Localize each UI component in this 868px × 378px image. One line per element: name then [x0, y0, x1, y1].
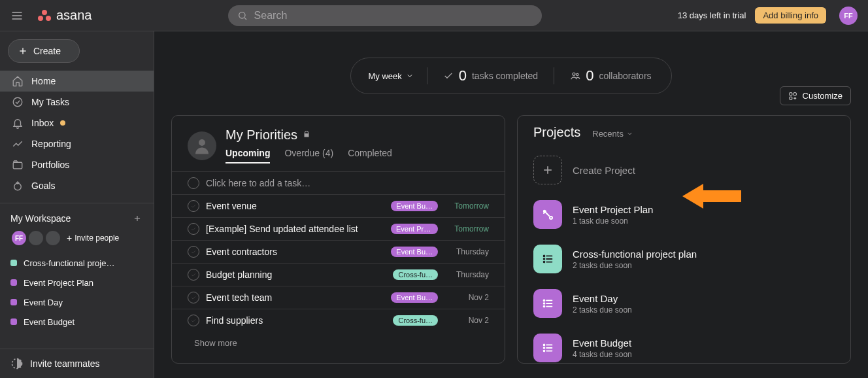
- sidebar-item-inbox[interactable]: Inbox: [0, 112, 154, 133]
- user-avatar[interactable]: [188, 131, 216, 160]
- search-input[interactable]: Search: [228, 5, 542, 26]
- complete-task-button[interactable]: [188, 246, 199, 258]
- svg-point-30: [544, 258, 545, 260]
- complete-task-button[interactable]: [188, 223, 199, 235]
- create-project-button[interactable]: Create Project: [533, 148, 835, 192]
- tasks-completed-stat[interactable]: 0 tasks completed: [427, 67, 554, 84]
- invite-teammates-button[interactable]: Invite teammates: [0, 349, 154, 378]
- summary-pill: My week 0 tasks completed 0 collaborator…: [350, 58, 671, 94]
- svg-point-42: [544, 347, 545, 349]
- chevron-down-icon: [626, 130, 633, 137]
- card-title: My Priorities: [225, 128, 392, 143]
- plus-icon: [18, 46, 28, 56]
- project-card-item[interactable]: Event Project Plan1 task due soon: [533, 192, 835, 237]
- add-task-input[interactable]: Click here to add a task…: [172, 171, 505, 194]
- tab-completed[interactable]: Completed: [348, 148, 392, 163]
- sidebar-item-my-tasks[interactable]: My Tasks: [0, 92, 154, 112]
- project-name: Cross-functional project plan: [573, 249, 697, 260]
- projects-card-title: Projects: [533, 125, 580, 140]
- sidebar-item-label: Goals: [31, 180, 56, 191]
- project-color-swatch: [10, 260, 17, 266]
- check-circle-icon: [188, 177, 199, 189]
- task-row[interactable]: [Example] Send updated attendee listEven…: [172, 217, 505, 240]
- check-icon: [443, 71, 454, 81]
- project-card-item[interactable]: Event Day2 tasks due soon: [533, 281, 835, 326]
- member-avatar-empty[interactable]: [44, 230, 61, 247]
- collaborators-stat[interactable]: 0 collaborators: [554, 67, 667, 84]
- task-row[interactable]: Event venueEvent Bu…Tomorrow: [172, 194, 505, 217]
- member-avatar-empty[interactable]: [27, 230, 44, 247]
- project-meta: Event Project Plan1 task due soon: [573, 204, 653, 226]
- task-project-tag[interactable]: Cross-fu…: [393, 315, 438, 326]
- task-project-tag[interactable]: Event Bu…: [391, 292, 438, 303]
- svg-rect-18: [789, 92, 792, 95]
- task-project-tag[interactable]: Event Bu…: [391, 247, 438, 257]
- workspace-members: FF + Invite people: [0, 230, 154, 253]
- svg-point-28: [544, 256, 545, 257]
- invite-people-button[interactable]: + Invite people: [67, 233, 119, 243]
- home-icon: [12, 75, 24, 87]
- task-row[interactable]: Find suppliersCross-fu…Nov 2: [172, 309, 505, 332]
- complete-task-button[interactable]: [188, 315, 199, 326]
- complete-task-button[interactable]: [188, 269, 199, 281]
- sidebar-item-label: Portfolios: [31, 160, 69, 170]
- task-project-tag[interactable]: Cross-fu…: [393, 269, 438, 280]
- show-more-button[interactable]: Show more: [172, 332, 505, 354]
- sidebar-item-portfolios[interactable]: Portfolios: [0, 154, 154, 175]
- project-tile-icon: [533, 245, 562, 273]
- topbar: asana Search 13 days left in trial Add b…: [0, 0, 868, 31]
- task-row[interactable]: Budget planningCross-fu…Thursday: [172, 263, 505, 286]
- projects-card: Projects Recents Create Project Event Pr…: [517, 115, 851, 364]
- project-card-item[interactable]: Event Budget4 tasks due soon: [533, 326, 835, 363]
- task-due-date: Tomorrow: [444, 224, 489, 233]
- project-color-swatch: [10, 279, 17, 286]
- complete-task-button[interactable]: [188, 200, 199, 212]
- task-name[interactable]: [Example] Send updated attendee list: [206, 224, 384, 234]
- sidebar-item-home[interactable]: Home: [0, 71, 154, 92]
- task-name[interactable]: Event contractors: [206, 247, 384, 257]
- create-button[interactable]: Create: [8, 39, 80, 63]
- svg-point-44: [544, 351, 545, 352]
- add-billing-button[interactable]: Add billing info: [755, 7, 826, 24]
- menu-toggle-button[interactable]: [7, 5, 27, 26]
- invite-people-label: Invite people: [75, 233, 119, 243]
- task-name[interactable]: Event venue: [206, 201, 384, 211]
- svg-point-38: [544, 306, 545, 307]
- sidebar-project-item[interactable]: Event Project Plan: [5, 273, 148, 292]
- add-to-workspace-button[interactable]: [131, 213, 143, 224]
- project-card-item[interactable]: Cross-functional project plan2 tasks due…: [533, 237, 835, 281]
- workspace-header[interactable]: My Workspace: [0, 203, 154, 230]
- sidebar-project-item[interactable]: Event Budget: [5, 312, 148, 332]
- task-name[interactable]: Budget planning: [206, 269, 386, 280]
- task-row[interactable]: Event tech teamEvent Bu…Nov 2: [172, 286, 505, 309]
- sidebar-project-item[interactable]: Cross-functional proje…: [5, 253, 148, 273]
- profile-avatar[interactable]: FF: [839, 7, 858, 25]
- sidebar-item-goals[interactable]: Goals: [0, 175, 154, 196]
- svg-rect-20: [789, 97, 792, 99]
- tab-overdue[interactable]: Overdue (4): [284, 148, 333, 163]
- logo[interactable]: asana: [37, 8, 92, 24]
- sidebar-item-reporting[interactable]: Reporting: [0, 133, 154, 154]
- sidebar-item-label: Home: [31, 76, 56, 86]
- my-week-dropdown[interactable]: My week: [355, 71, 426, 81]
- sidebar-item-label: My Tasks: [31, 97, 69, 107]
- project-subtext: 2 tasks due soon: [573, 261, 697, 270]
- svg-point-23: [199, 139, 205, 146]
- task-row[interactable]: Event contractorsEvent Bu…Thursday: [172, 240, 505, 263]
- task-name[interactable]: Find suppliers: [206, 315, 386, 326]
- plus-tile-icon: [533, 156, 562, 184]
- tab-upcoming[interactable]: Upcoming: [225, 148, 270, 163]
- recents-dropdown[interactable]: Recents: [592, 129, 633, 139]
- task-name[interactable]: Event tech team: [206, 292, 384, 303]
- project-name: Event Budget: [573, 337, 632, 349]
- projects-list: Create Project Event Project Plan1 task …: [518, 144, 850, 363]
- sidebar-project-item[interactable]: Event Day: [5, 292, 148, 312]
- task-project-tag[interactable]: Event Bu…: [391, 201, 438, 211]
- svg-point-40: [544, 345, 545, 346]
- member-avatar[interactable]: FF: [10, 230, 27, 247]
- customize-button[interactable]: Customize: [780, 86, 851, 105]
- project-name: Event Day: [573, 293, 632, 304]
- summary-row: My week 0 tasks completed 0 collaborator…: [171, 58, 851, 94]
- complete-task-button[interactable]: [188, 292, 199, 303]
- task-project-tag[interactable]: Event Pro…: [391, 224, 438, 234]
